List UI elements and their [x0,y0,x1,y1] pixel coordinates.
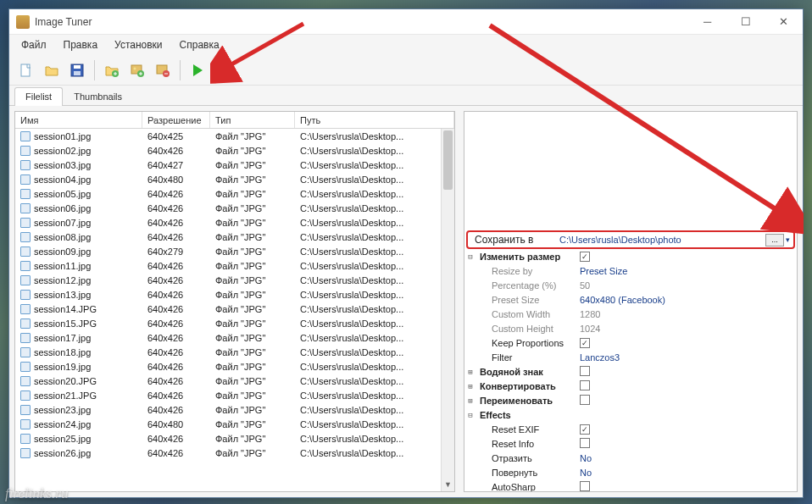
table-row[interactable]: session07.jpg640x426Файл "JPG"C:\Users\r… [15,215,441,230]
save-in-value[interactable]: C:\Users\rusla\Desktop\photo [559,235,762,245]
toolbar-separator [94,60,95,80]
column-type[interactable]: Тип [210,112,295,128]
table-row[interactable]: session13.jpg640x426Файл "JPG"C:\Users\r… [15,287,441,302]
group-resize[interactable]: ⊟ Изменить размер ✓ [464,249,797,263]
prop-keep-proportions[interactable]: Keep Proportions ✓ [464,335,797,350]
table-row[interactable]: session18.jpg640x426Файл "JPG"C:\Users\r… [15,345,441,359]
vertical-scrollbar[interactable]: ▲ ▼ [441,129,454,491]
table-row[interactable]: session15.JPG640x426Файл "JPG"C:\Users\r… [15,316,441,330]
add-folder-button[interactable] [100,58,124,82]
dropdown-icon[interactable]: ▾ [786,235,790,244]
add-image-button[interactable] [125,58,149,82]
table-row[interactable]: session23.jpg640x426Файл "JPG"C:\Users\r… [15,402,441,417]
prop-filter[interactable]: Filter Lanczos3 [464,350,797,364]
table-row[interactable]: session08.jpg640x426Файл "JPG"C:\Users\r… [15,230,441,244]
save-button[interactable] [65,58,89,82]
tab-filelist[interactable]: Filelist [14,87,63,105]
left-pane: Имя Разрешение Тип Путь session01.jpg640… [9,106,459,497]
table-row[interactable]: session14.JPG640x426Файл "JPG"C:\Users\r… [15,302,441,316]
file-type: Файл "JPG" [210,203,295,213]
menu-file[interactable]: Файл [13,36,55,53]
table-row[interactable]: session17.jpg640x426Файл "JPG"C:\Users\r… [15,330,441,345]
prop-custom-height[interactable]: Custom Height 1024 [464,321,797,335]
maximize-button[interactable]: ☐ [726,9,765,34]
column-resolution[interactable]: Разрешение [142,112,210,128]
prop-reset-exif[interactable]: Reset EXIF ✓ [464,422,797,436]
table-row[interactable]: session11.jpg640x426Файл "JPG"C:\Users\r… [15,258,441,273]
table-row[interactable]: session03.jpg640x427Файл "JPG"C:\Users\r… [15,158,441,172]
prop-reset-info[interactable]: Reset Info [464,436,797,451]
prop-preset-size[interactable]: Preset Size 640x480 (Facebook) [464,292,797,307]
keep-proportions-checkbox[interactable]: ✓ [580,338,590,348]
folder-open-icon [44,63,59,78]
prop-percentage[interactable]: Percentage (%) 50 [464,278,797,292]
minimize-button[interactable]: ─ [688,9,726,34]
prop-flip[interactable]: Отразить No [464,451,797,465]
open-button[interactable] [40,58,64,82]
file-path: C:\Users\rusla\Desktop... [295,318,441,329]
rename-checkbox[interactable] [580,395,590,405]
file-type: Файл "JPG" [210,405,295,415]
expand-icon[interactable]: ⊞ [464,382,476,390]
collapse-icon[interactable]: ⊟ [464,411,476,419]
menu-help[interactable]: Справка [171,36,228,53]
file-icon [20,174,31,185]
prop-rotate[interactable]: Повернуть No [464,465,797,479]
convert-checkbox[interactable] [580,380,590,390]
table-row[interactable]: session02.jpg640x426Файл "JPG"C:\Users\r… [15,143,441,158]
table-row[interactable]: session25.jpg640x426Файл "JPG"C:\Users\r… [15,431,441,446]
collapse-icon[interactable]: ⊟ [464,252,476,261]
expand-icon[interactable]: ⊞ [464,396,476,405]
prop-custom-width[interactable]: Custom Width 1280 [464,307,797,321]
reset-exif-checkbox[interactable]: ✓ [580,424,590,435]
table-row[interactable]: session01.jpg640x425Файл "JPG"C:\Users\r… [15,129,441,143]
table-row[interactable]: session06.jpg640x426Файл "JPG"C:\Users\r… [15,201,441,215]
prop-resize-by[interactable]: Resize by Preset Size [464,263,797,278]
reset-info-checkbox[interactable] [580,438,590,448]
resize-checkbox[interactable]: ✓ [580,252,590,262]
menu-settings[interactable]: Установки [106,36,170,53]
expand-icon[interactable]: ⊞ [464,368,476,376]
file-icon [20,160,31,170]
file-res: 640x279 [142,246,210,257]
file-type: Файл "JPG" [210,362,295,372]
run-button[interactable] [186,58,209,82]
file-res: 640x426 [142,290,210,300]
group-rename[interactable]: ⊞ Переименовать [464,393,797,407]
close-button[interactable]: ✕ [765,9,803,34]
file-res: 640x426 [142,362,210,372]
table-row[interactable]: session24.jpg640x480Файл "JPG"C:\Users\r… [15,417,441,431]
remove-image-button[interactable] [151,58,175,82]
table-row[interactable]: session04.jpg640x480Файл "JPG"C:\Users\r… [15,172,441,186]
table-row[interactable]: session26.jpg640x426Файл "JPG"C:\Users\r… [15,446,441,460]
table-row[interactable]: session12.jpg640x426Файл "JPG"C:\Users\r… [15,273,441,287]
file-name: session09.jpg [34,246,91,257]
autosharp-checkbox[interactable] [580,481,590,491]
group-convert[interactable]: ⊞ Конвертировать [464,379,797,393]
table-row[interactable]: session19.jpg640x426Файл "JPG"C:\Users\r… [15,359,441,374]
browse-button[interactable]: ... [765,234,784,246]
menu-edit[interactable]: Правка [55,36,107,53]
tab-thumbnails[interactable]: Thumbnails [63,87,133,105]
file-type: Файл "JPG" [210,131,295,141]
new-button[interactable] [14,58,38,82]
file-type: Файл "JPG" [210,448,295,458]
group-watermark[interactable]: ⊞ Водяной знак [464,364,797,379]
table-row[interactable]: session05.jpg640x426Файл "JPG"C:\Users\r… [15,186,441,201]
file-type: Файл "JPG" [210,146,295,156]
watermark-checkbox[interactable] [580,366,590,376]
column-path[interactable]: Путь [295,112,454,128]
scroll-down-icon[interactable]: ▼ [442,478,454,491]
table-row[interactable]: session09.jpg640x279Файл "JPG"C:\Users\r… [15,244,441,258]
prop-autosharp[interactable]: AutoSharp [464,479,797,492]
scroll-thumb[interactable] [443,130,453,190]
group-effects[interactable]: ⊟ Effects [464,407,797,422]
file-icon [20,275,31,285]
file-res: 640x426 [142,261,210,271]
table-row[interactable]: session21.JPG640x426Файл "JPG"C:\Users\r… [15,388,441,402]
table-row[interactable]: session20.JPG640x426Файл "JPG"C:\Users\r… [15,374,441,388]
file-type: Файл "JPG" [210,290,295,300]
file-res: 640x426 [142,189,210,199]
file-path: C:\Users\rusla\Desktop... [295,362,441,372]
column-name[interactable]: Имя [15,112,142,128]
